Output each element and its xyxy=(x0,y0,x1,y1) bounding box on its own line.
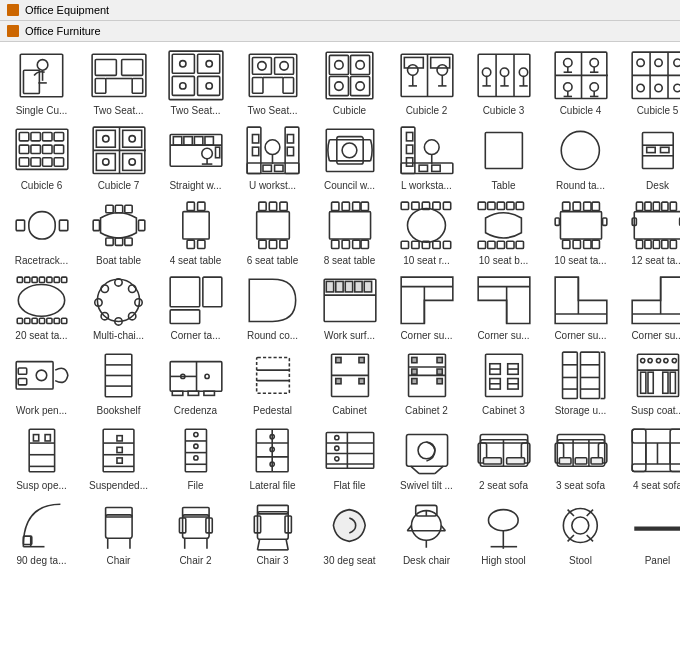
item-work-pen[interactable]: Work pen... xyxy=(4,346,79,419)
item-3-seat-sofa[interactable]: 3 seat sofa xyxy=(543,421,618,494)
item-round-co[interactable]: Round co... xyxy=(235,271,310,344)
label-corner-su-1: Corner su... xyxy=(391,330,463,342)
item-90-deg-ta[interactable]: 90 deg ta... xyxy=(4,496,79,569)
svg-rect-126 xyxy=(287,147,293,155)
svg-rect-157 xyxy=(105,205,112,212)
item-6-seat-table[interactable]: 6 seat table xyxy=(235,196,310,269)
item-cubicle-6[interactable]: Cubicle 6 xyxy=(4,121,79,194)
svg-rect-128 xyxy=(274,165,282,171)
item-single-cu[interactable]: Single Cu... xyxy=(4,46,79,119)
item-chair-3[interactable]: Chair 3 xyxy=(235,496,310,569)
item-4-seat-sofa[interactable]: 4 seat sofa xyxy=(620,421,680,494)
item-chair-2[interactable]: Chair 2 xyxy=(158,496,233,569)
svg-rect-315 xyxy=(580,352,599,398)
item-cabinet-3[interactable]: Cabinet 3 xyxy=(466,346,541,419)
label-swivel-tilt: Swivel tilt ... xyxy=(391,480,463,492)
item-10-seat-r[interactable]: 10 seat r... xyxy=(389,196,464,269)
item-20-seat-ta[interactable]: 20 seat ta... xyxy=(4,271,79,344)
svg-point-80 xyxy=(636,59,643,66)
icon-credenza xyxy=(166,348,226,403)
svg-rect-392 xyxy=(632,429,646,471)
item-corner-su-4[interactable]: Corner su... xyxy=(620,271,680,344)
item-two-seat-1[interactable]: Two Seat... xyxy=(81,46,156,119)
item-flat-file[interactable]: Flat file xyxy=(312,421,387,494)
item-10-seat-b[interactable]: 10 seat b... xyxy=(466,196,541,269)
item-multi-chai[interactable]: Multi-chai... xyxy=(81,271,156,344)
icon-two-seat-2 xyxy=(166,48,226,103)
item-file[interactable]: File xyxy=(158,421,233,494)
item-8-seat-table[interactable]: 8 seat table xyxy=(312,196,387,269)
item-susp-ope[interactable]: Susp ope... xyxy=(4,421,79,494)
item-l-worksta[interactable]: L worksta... xyxy=(389,121,464,194)
svg-rect-138 xyxy=(406,133,412,141)
item-swivel-tilt[interactable]: Swivel tilt ... xyxy=(389,421,464,494)
item-cubicle-7[interactable]: Cubicle 7 xyxy=(81,121,156,194)
item-2-seat-sofa[interactable]: 2 seat sofa xyxy=(466,421,541,494)
label-cubicle-5: Cubicle 5 xyxy=(622,105,681,117)
item-30-deg-seat[interactable]: 30 deg seat xyxy=(312,496,387,569)
item-10-seat-ta[interactable]: 10 seat ta... xyxy=(543,196,618,269)
item-chair[interactable]: Chair xyxy=(81,496,156,569)
item-12-seat-ta[interactable]: 12 seat ta... xyxy=(620,196,680,269)
item-desk-chair[interactable]: Desk chair xyxy=(389,496,464,569)
item-desk[interactable]: Desk xyxy=(620,121,680,194)
item-cabinet[interactable]: Cabinet xyxy=(312,346,387,419)
svg-point-332 xyxy=(647,359,651,363)
item-storage-u[interactable]: Storage u... xyxy=(543,346,618,419)
item-two-seat-3[interactable]: Two Seat... xyxy=(235,46,310,119)
item-corner-su-2[interactable]: Corner su... xyxy=(466,271,541,344)
item-pedestal[interactable]: Pedestal xyxy=(235,346,310,419)
svg-rect-206 xyxy=(562,202,569,210)
svg-rect-190 xyxy=(401,241,408,248)
item-stool[interactable]: Stool xyxy=(543,496,618,569)
item-corner-su-1[interactable]: Corner su... xyxy=(389,271,464,344)
svg-rect-292 xyxy=(335,358,340,363)
item-round-ta[interactable]: Round ta... xyxy=(543,121,618,194)
item-racetrack[interactable]: Racetrack... xyxy=(4,196,79,269)
item-cubicle-4[interactable]: Cubicle 4 xyxy=(543,46,618,119)
icon-4-seat-table xyxy=(166,198,226,253)
item-cubicle-5[interactable]: Cubicle 5 xyxy=(620,46,680,119)
item-council-w[interactable]: Council w... xyxy=(312,121,387,194)
item-panel[interactable]: Panel xyxy=(620,496,680,569)
svg-rect-176 xyxy=(331,202,338,210)
svg-rect-222 xyxy=(636,240,642,248)
item-4-seat-table[interactable]: 4 seat table xyxy=(158,196,233,269)
item-cubicle-2[interactable]: Cubicle 2 xyxy=(389,46,464,119)
item-suspended[interactable]: Suspended... xyxy=(81,421,156,494)
svg-rect-159 xyxy=(124,205,131,212)
svg-rect-197 xyxy=(497,202,504,209)
item-corner-su-3[interactable]: Corner su... xyxy=(543,271,618,344)
svg-rect-97 xyxy=(42,133,51,141)
svg-rect-254 xyxy=(170,310,200,324)
item-table[interactable]: Table xyxy=(466,121,541,194)
item-corner-ta[interactable]: Corner ta... xyxy=(158,271,233,344)
item-straight-w[interactable]: Straight w... xyxy=(158,121,233,194)
svg-rect-91 xyxy=(19,158,28,166)
item-two-seat-2[interactable]: Two Seat... xyxy=(158,46,233,119)
item-cubicle-3[interactable]: Cubicle 3 xyxy=(466,46,541,119)
item-work-surf[interactable]: Work surf... xyxy=(312,271,387,344)
item-bookshelf[interactable]: Bookshelf xyxy=(81,346,156,419)
svg-rect-205 xyxy=(560,212,601,239)
svg-rect-195 xyxy=(478,202,485,209)
icon-council-w xyxy=(320,123,380,178)
svg-rect-193 xyxy=(432,241,439,248)
icon-racetrack xyxy=(12,198,72,253)
svg-rect-199 xyxy=(516,202,523,209)
item-credenza[interactable]: Credenza xyxy=(158,346,233,419)
svg-point-66 xyxy=(563,83,571,91)
item-cubicle[interactable]: Cubicle xyxy=(312,46,387,119)
item-susp-coat[interactable]: Susp coat... xyxy=(620,346,680,419)
svg-rect-395 xyxy=(632,464,680,471)
svg-rect-218 xyxy=(644,202,650,210)
svg-rect-389 xyxy=(559,458,571,464)
svg-rect-87 xyxy=(19,145,28,153)
item-cabinet-2[interactable]: Cabinet 2 xyxy=(389,346,464,419)
category-equipment: Office Equipment xyxy=(0,0,680,21)
item-boat-table[interactable]: Boat table xyxy=(81,196,156,269)
item-lateral-file[interactable]: Lateral file xyxy=(235,421,310,494)
icon-desk xyxy=(628,123,681,178)
item-u-workst[interactable]: U workst... xyxy=(235,121,310,194)
item-high-stool[interactable]: High stool xyxy=(466,496,541,569)
